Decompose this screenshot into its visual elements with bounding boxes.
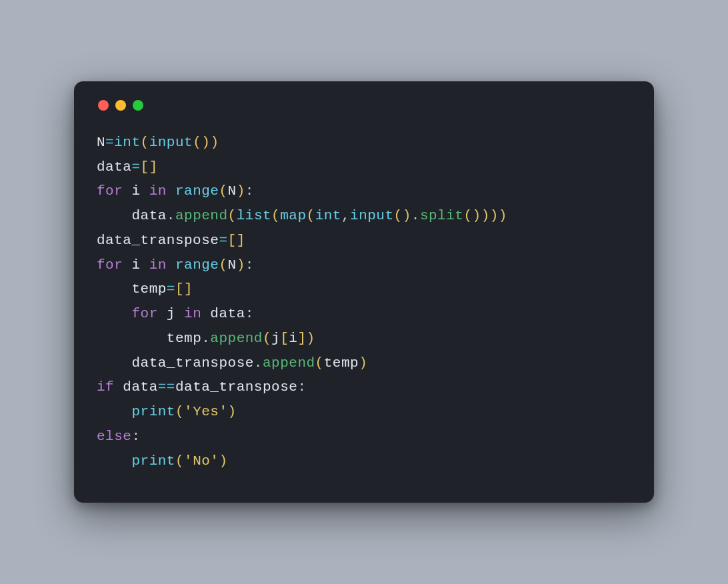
code-line: for j in data:	[97, 306, 254, 321]
code-line: else:	[97, 429, 141, 444]
close-icon[interactable]	[98, 100, 109, 111]
code-line: temp.append(j[i])	[97, 331, 315, 346]
minimize-icon[interactable]	[115, 100, 126, 111]
code-block: N=int(input()) data=[] for i in range(N)…	[97, 131, 631, 474]
window-controls	[98, 100, 631, 111]
code-line: N=int(input())	[97, 135, 219, 150]
code-line: for i in range(N):	[97, 257, 254, 273]
code-line: temp=[]	[97, 281, 193, 297]
code-line: print('Yes')	[97, 404, 237, 419]
code-window: N=int(input()) data=[] for i in range(N)…	[74, 81, 654, 503]
code-line: print('No')	[97, 453, 228, 469]
code-line: data_transpose=[]	[97, 233, 245, 248]
code-line: data=[]	[97, 159, 158, 175]
zoom-icon[interactable]	[133, 100, 143, 111]
code-line: if data==data_transpose:	[97, 379, 307, 395]
code-line: for i in range(N):	[97, 183, 254, 199]
code-line: data.append(list(map(int,input().split()…	[97, 208, 507, 223]
code-line: data_transpose.append(temp)	[97, 355, 367, 371]
